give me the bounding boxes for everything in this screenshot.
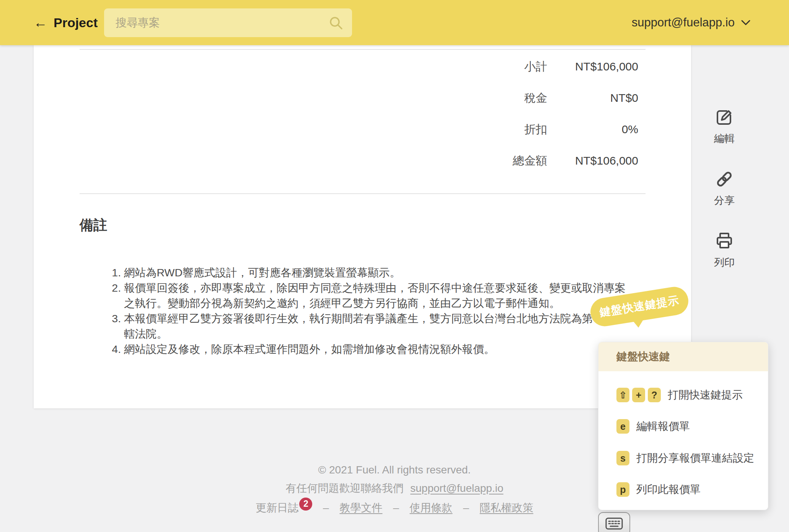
grand-total-value: NT$106,000 [547, 154, 638, 167]
subtotal-value: NT$106,000 [547, 60, 638, 73]
grand-total-row: 總金額 NT$106,000 [513, 145, 638, 176]
footer-separator: – [393, 502, 399, 514]
back-to-projects-button[interactable]: ← Project [34, 0, 98, 45]
discount-label: 折扣 [524, 122, 547, 137]
keyboard-shortcuts-toggle-button[interactable] [598, 512, 630, 532]
privacy-link[interactable]: 隱私權政策 [480, 502, 533, 514]
print-quote-button[interactable]: 列印 [705, 231, 744, 269]
keyboard-icon [605, 517, 623, 530]
footer-separator: – [463, 502, 469, 514]
docs-link[interactable]: 教學文件 [339, 502, 382, 514]
back-label: Project [54, 15, 98, 30]
app-screen: ← Project support@fuelapp.io [0, 0, 789, 532]
terms-link[interactable]: 使用條款 [410, 502, 453, 514]
s-keycap: s [616, 451, 629, 465]
account-menu-button[interactable]: support@fuelapp.io [632, 0, 751, 45]
search-input[interactable] [115, 16, 328, 29]
tax-row: 稅金 NT$0 [513, 82, 638, 114]
question-keycap: ? [648, 388, 661, 402]
note-item: 本報價單經甲乙雙方簽署後即行生效，執行期間若有爭議產生，雙方同意以台灣台北地方法… [124, 311, 632, 341]
printer-icon [705, 231, 744, 251]
shortcuts-panel-title: 鍵盤快速鍵 [616, 349, 670, 364]
note-item: 報價單回簽後，亦即專案成立，除因甲方同意之特殊理由，否則不得中途任意要求延後、變… [124, 280, 632, 311]
back-arrow-icon: ← [34, 16, 47, 29]
account-email: support@fuelapp.io [632, 16, 735, 29]
plus-keycap: + [632, 388, 645, 402]
shortcut-row-edit: e 編輯報價單 [616, 419, 690, 434]
shortcut-label: 列印此報價單 [636, 482, 701, 497]
quote-document-card: 小計 NT$106,000 稅金 NT$0 折扣 0% 總金額 NT$106,0… [34, 45, 691, 408]
keyboard-shortcuts-panel: 鍵盤快速鍵 ⇧ + ? 打開快速鍵提示 e 編輯報價單 s 打開分享報價單連結設… [598, 342, 768, 510]
grand-total-label: 總金額 [513, 153, 547, 169]
project-search-field[interactable] [104, 8, 352, 37]
tax-label: 稅金 [524, 90, 547, 106]
share-link-icon [705, 169, 744, 189]
subtotal-row: 小計 NT$106,000 [513, 51, 638, 82]
contact-text: 有任何問題歡迎聯絡我們 [285, 482, 403, 494]
print-label: 列印 [705, 256, 744, 269]
notes-heading: 備註 [80, 216, 107, 235]
keycap-group: s [616, 451, 629, 465]
shortcut-label: 打開分享報價單連結設定 [636, 451, 754, 465]
discount-value: 0% [547, 123, 638, 136]
support-email-link[interactable]: support@fuelapp.io [410, 482, 503, 494]
search-icon [328, 15, 344, 31]
edit-quote-button[interactable]: 編輯 [705, 107, 744, 145]
edit-icon [705, 107, 744, 127]
p-keycap: p [616, 482, 629, 497]
shortcuts-panel-header: 鍵盤快速鍵 [598, 342, 768, 371]
divider-top [80, 49, 646, 50]
tooltip-text: 鍵盤快速鍵提示 [598, 293, 680, 320]
changelog-label: 更新日誌 [256, 502, 298, 514]
e-keycap: e [616, 419, 629, 434]
share-quote-button[interactable]: 分享 [705, 169, 744, 207]
subtotal-label: 小計 [524, 59, 547, 75]
shortcut-row-open-hints: ⇧ + ? 打開快速鍵提示 [616, 388, 743, 402]
notes-list: 網站為RWD響應式設計，可對應各種瀏覽裝置螢幕顯示。 報價單回簽後，亦即專案成立… [112, 265, 632, 357]
chevron-down-icon [741, 20, 751, 26]
shortcut-label: 編輯報價單 [636, 419, 690, 434]
share-label: 分享 [705, 194, 744, 207]
totals-summary: 小計 NT$106,000 稅金 NT$0 折扣 0% 總金額 NT$106,0… [513, 51, 638, 176]
shortcut-row-share: s 打開分享報價單連結設定 [616, 451, 754, 465]
note-item: 網站為RWD響應式設計，可對應各種瀏覽裝置螢幕顯示。 [124, 265, 632, 280]
top-bar: ← Project support@fuelapp.io [0, 0, 789, 45]
shortcut-label: 打開快速鍵提示 [668, 388, 743, 402]
shortcut-row-print: p 列印此報價單 [616, 482, 701, 497]
keycap-group: ⇧ + ? [616, 388, 661, 402]
changelog-badge: 2 [299, 498, 312, 511]
discount-row: 折扣 0% [513, 114, 638, 145]
edit-label: 編輯 [705, 132, 744, 145]
copyright-text: © 2021 Fuel. All rights reserved. [318, 464, 471, 476]
keycap-group: e [616, 419, 629, 434]
tax-value: NT$0 [547, 91, 638, 104]
shift-keycap: ⇧ [616, 388, 629, 402]
keycap-group: p [616, 482, 629, 497]
divider-notes [80, 193, 646, 194]
changelog-link[interactable]: 更新日誌2 [256, 502, 312, 514]
note-item: 網站設定及修改，除原本程式運作問題外，如需增加修改會視情況額外報價。 [124, 341, 632, 357]
footer-separator: – [323, 502, 329, 514]
